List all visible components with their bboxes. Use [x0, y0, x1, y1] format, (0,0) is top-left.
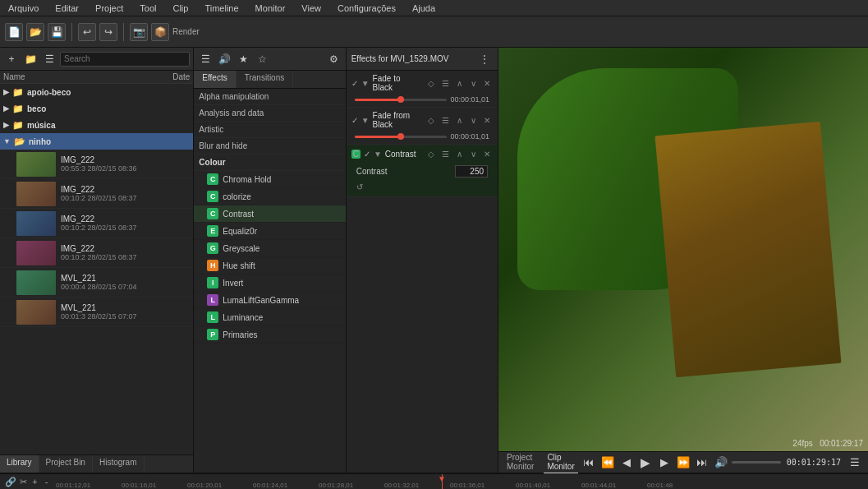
- menu-project[interactable]: Project: [92, 3, 126, 13]
- media-item[interactable]: IMG_222 00:10:2 28/02/15 08:37: [0, 209, 193, 238]
- prev-back-btn[interactable]: ⏪: [599, 454, 616, 471]
- effects-props-menu[interactable]: ⋮: [476, 51, 493, 67]
- prev-end-btn[interactable]: ⏭: [694, 454, 710, 471]
- slider-handle[interactable]: [397, 96, 404, 103]
- tab-project-monitor[interactable]: Project Monitor: [503, 451, 537, 473]
- effect-settings-btn[interactable]: ☰: [439, 114, 451, 126]
- slider-handle[interactable]: [397, 133, 404, 140]
- left-folder-btn[interactable]: 📁: [22, 51, 39, 67]
- folder-musica[interactable]: ▶ 📁 música: [0, 117, 193, 133]
- menu-configuracoes[interactable]: Configurações: [334, 3, 399, 13]
- menu-clip[interactable]: Clip: [169, 3, 191, 13]
- prev-volume-btn[interactable]: 🔊: [713, 454, 729, 471]
- effect-invert[interactable]: I Invert: [194, 274, 345, 292]
- prev-step-back-btn[interactable]: ◀: [618, 454, 635, 471]
- tab-library[interactable]: Library: [0, 455, 39, 473]
- effect-up-btn[interactable]: ∧: [453, 114, 465, 126]
- prev-fwd-btn[interactable]: ⏩: [675, 454, 691, 471]
- effect-settings-btn[interactable]: ☰: [439, 77, 451, 89]
- list-view-btn[interactable]: ☰: [197, 51, 214, 67]
- left-menu-btn[interactable]: ☰: [41, 51, 57, 67]
- effect-keyframe-btn[interactable]: ◇: [425, 77, 437, 89]
- category-alpha[interactable]: Alpha manipulation: [194, 89, 345, 105]
- effect-enabled-checkbox[interactable]: ✓: [351, 79, 358, 88]
- fade-from-black-slider[interactable]: [355, 136, 448, 138]
- effect-luminance[interactable]: L Luminance: [194, 309, 345, 326]
- effect-enabled-checkbox[interactable]: ✓: [364, 150, 370, 159]
- effect-down-btn[interactable]: ∨: [467, 148, 479, 159]
- effect-colorize[interactable]: C colorize: [194, 188, 345, 205]
- effect-equalizor[interactable]: E Equaliz0r: [194, 223, 345, 240]
- menu-view[interactable]: View: [298, 3, 324, 13]
- category-blur[interactable]: Blur and hide: [194, 138, 345, 155]
- settings-btn[interactable]: ⚙: [326, 51, 342, 67]
- tl-snap-btn[interactable]: 🔗: [5, 474, 16, 489]
- media-item[interactable]: IMG_222 00:10:2 28/02/15 08:37: [0, 238, 193, 268]
- effect-up-btn[interactable]: ∧: [453, 77, 465, 89]
- effect-expand-arrow[interactable]: ▼: [374, 150, 382, 159]
- effect-hue-shift[interactable]: H Hue shift: [194, 257, 345, 274]
- prev-play-btn[interactable]: ▶: [637, 454, 654, 471]
- effect-keyframe-btn[interactable]: ◇: [425, 114, 437, 126]
- new-button[interactable]: 📄: [5, 23, 23, 41]
- volume-slider[interactable]: [732, 461, 781, 464]
- contrast-value[interactable]: 250: [455, 165, 488, 178]
- category-artistic[interactable]: Artistic: [194, 122, 345, 138]
- fade-to-black-slider[interactable]: [355, 99, 448, 101]
- tl-razor-btn[interactable]: ✂: [19, 474, 28, 489]
- open-button[interactable]: 📂: [26, 23, 44, 41]
- star-filter-btn[interactable]: ★: [235, 51, 251, 67]
- category-analysis[interactable]: Analysis and data: [194, 105, 345, 122]
- media-item[interactable]: MVL_221 00:01:3 28/02/15 07:07: [0, 298, 193, 327]
- media-item[interactable]: IMG_222 00:55:3 28/02/15 08:36: [0, 150, 193, 179]
- effect-keyframe-btn[interactable]: ◇: [425, 148, 437, 159]
- effect-contrast[interactable]: C Contrast: [194, 205, 345, 223]
- effect-expand-arrow[interactable]: ▼: [361, 116, 370, 125]
- contrast-reset-btn[interactable]: ↺: [351, 180, 493, 193]
- left-new-btn[interactable]: +: [3, 51, 20, 67]
- star-outline-btn[interactable]: ☆: [254, 51, 270, 67]
- redo-button[interactable]: ↪: [99, 23, 117, 41]
- tl-zoom-in-btn[interactable]: +: [30, 474, 39, 489]
- tab-histogram[interactable]: Histogram: [93, 455, 145, 473]
- effect-enabled-checkbox[interactable]: ✓: [351, 116, 358, 125]
- media-item[interactable]: MVL_221 00:00:4 28/02/15 07:04: [0, 268, 193, 298]
- effect-delete-btn[interactable]: ✕: [481, 77, 493, 89]
- folder-apoio-beco[interactable]: ▶ 📁 apoio-beco: [0, 84, 193, 100]
- tab-clip-monitor[interactable]: Clip Monitor: [544, 451, 577, 473]
- archive-button[interactable]: 📦: [151, 23, 169, 41]
- effect-greyscale[interactable]: G Greyscale: [194, 240, 345, 257]
- category-colour[interactable]: Colour: [194, 155, 345, 171]
- tab-project-bin[interactable]: Project Bin: [39, 455, 93, 473]
- folder-ninho[interactable]: ▼ 📂 ninho: [0, 133, 193, 150]
- prev-start-btn[interactable]: ⏮: [581, 454, 597, 471]
- prev-menu-btn[interactable]: ☰: [847, 454, 863, 471]
- effect-delete-btn[interactable]: ✕: [481, 148, 493, 159]
- menu-ajuda[interactable]: Ajuda: [409, 3, 439, 13]
- effect-luma[interactable]: L LumaLiftGanGamma: [194, 292, 345, 309]
- audio-filter-btn[interactable]: 🔊: [216, 51, 232, 67]
- tl-zoom-out-btn[interactable]: -: [42, 474, 51, 489]
- menu-arquivo[interactable]: Arquivo: [5, 3, 42, 13]
- menu-timeline[interactable]: Timeline: [201, 3, 241, 13]
- folder-beco[interactable]: ▶ 📁 beco: [0, 100, 193, 117]
- effect-primaries[interactable]: P Primaries: [194, 326, 345, 344]
- tab-transitions[interactable]: Transitions: [237, 71, 294, 88]
- effect-chroma-hold[interactable]: C Chroma Hold: [194, 171, 345, 188]
- effect-delete-btn[interactable]: ✕: [481, 114, 493, 126]
- tab-effects[interactable]: Effects: [194, 71, 236, 88]
- effect-down-btn[interactable]: ∨: [467, 114, 479, 126]
- prev-step-fwd-btn[interactable]: ▶: [656, 454, 673, 471]
- menu-monitor[interactable]: Monitor: [252, 3, 289, 13]
- save-button[interactable]: 💾: [48, 23, 66, 41]
- search-input[interactable]: [60, 52, 190, 67]
- effect-down-btn[interactable]: ∨: [467, 77, 479, 89]
- menu-tool[interactable]: Tool: [136, 3, 159, 13]
- undo-button[interactable]: ↩: [78, 23, 96, 41]
- effect-up-btn[interactable]: ∧: [453, 148, 465, 159]
- menu-editar[interactable]: Editar: [52, 3, 82, 13]
- capture-button[interactable]: 📷: [130, 23, 148, 41]
- effect-settings-btn[interactable]: ☰: [439, 148, 451, 159]
- effect-expand-arrow[interactable]: ▼: [361, 79, 370, 88]
- media-item[interactable]: IMG_222 00:10:2 28/02/15 08:37: [0, 179, 193, 209]
